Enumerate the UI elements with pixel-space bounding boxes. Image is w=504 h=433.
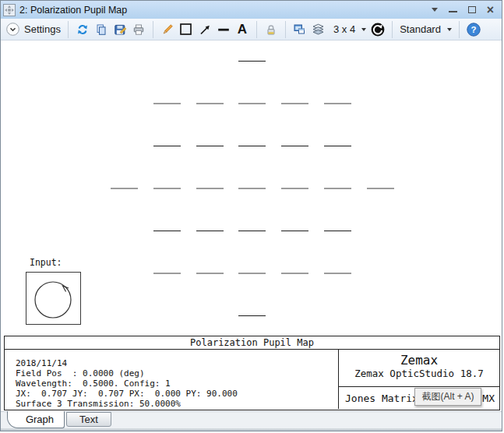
polarization-segment xyxy=(238,315,266,316)
refresh-icon[interactable] xyxy=(76,23,90,37)
arrow-tool-icon[interactable] xyxy=(198,23,212,37)
line-tool-icon[interactable] xyxy=(217,23,231,37)
titlebar[interactable]: 2: Polarization Pupil Map × xyxy=(1,1,502,19)
help-icon[interactable]: ? xyxy=(467,23,481,37)
plot-client-area: Input: Polarization Pupil Map 2018/11/14… xyxy=(1,40,502,411)
wavelength-text: Wavelength: 0.5000. Config: 1 xyxy=(16,378,338,389)
polarization-segment xyxy=(153,231,181,231)
text-tool-icon[interactable]: A xyxy=(235,23,249,37)
brand-version: Zemax OpticStudio 18.7 xyxy=(339,368,499,380)
polarization-segment xyxy=(238,103,266,104)
tab-text[interactable]: Text xyxy=(66,412,111,427)
window-title: 2: Polarization Pupil Map xyxy=(19,5,432,16)
toolbar-separator xyxy=(68,21,69,38)
toolbar-separator xyxy=(256,21,257,38)
polarization-segment xyxy=(196,188,224,189)
polarization-segment xyxy=(324,273,351,274)
tab-bar: Graph Text xyxy=(1,411,502,428)
chevron-down-icon[interactable] xyxy=(361,28,366,31)
polarization-segment xyxy=(153,103,181,104)
polarization-segment xyxy=(153,146,181,146)
date-text: 2018/11/14 xyxy=(16,358,338,368)
brand-cell: Zemax Zemax OpticStudio 18.7 xyxy=(339,350,499,387)
window-menu-icon[interactable] xyxy=(432,8,438,12)
toolbar-separator xyxy=(392,21,393,38)
settings-chevron-icon[interactable] xyxy=(5,23,19,37)
layout-dropdown[interactable]: Standard xyxy=(400,23,441,35)
close-icon[interactable]: × xyxy=(487,5,494,15)
chevron-down-icon[interactable] xyxy=(447,28,452,31)
polarization-segment xyxy=(153,273,181,274)
copy-icon[interactable] xyxy=(94,23,108,37)
polarization-segment xyxy=(196,146,224,146)
polarization-segment xyxy=(196,231,224,231)
toolbar-separator xyxy=(285,21,286,38)
polarization-segment xyxy=(324,103,351,104)
polarization-segment xyxy=(196,273,224,274)
print-icon[interactable] xyxy=(132,23,146,37)
app-window: 2: Polarization Pupil Map × Settings xyxy=(0,0,502,431)
layers-icon[interactable] xyxy=(312,23,326,37)
settings-button[interactable]: Settings xyxy=(24,23,61,35)
polarization-segment xyxy=(281,146,308,146)
polarization-segment xyxy=(367,188,394,189)
maximize-icon[interactable] xyxy=(468,6,476,13)
lock-icon[interactable] xyxy=(264,23,278,37)
pencil-icon[interactable] xyxy=(160,23,174,37)
polarization-segment xyxy=(281,103,308,104)
window-controls: × xyxy=(432,5,497,15)
toolbar-separator xyxy=(459,21,460,38)
polarization-segment xyxy=(238,188,266,189)
field-pos-text: Field Pos : 0.0000 (deg) xyxy=(16,368,338,378)
polarization-segment xyxy=(281,231,308,231)
polarization-segment xyxy=(238,231,266,231)
polarization-segment xyxy=(324,231,351,231)
grid-size-dropdown[interactable]: 3 x 4 xyxy=(333,23,355,35)
minimize-icon[interactable] xyxy=(449,11,457,12)
save-icon[interactable] xyxy=(113,23,127,37)
polarization-segment xyxy=(196,103,224,104)
screenshot-tooltip: 截图(Alt + A) xyxy=(414,388,481,406)
file-name-right: MX xyxy=(482,393,495,404)
rectangle-tool-icon[interactable] xyxy=(179,23,193,37)
polarization-segment xyxy=(324,146,351,146)
polarization-segment xyxy=(281,273,308,274)
file-name-left: Jones Matrix xyxy=(345,393,418,404)
app-icon xyxy=(3,4,16,16)
polarization-segment xyxy=(238,61,266,62)
svg-text:?: ? xyxy=(471,25,476,34)
plot-metadata: 2018/11/14 Field Pos : 0.0000 (deg) Wave… xyxy=(5,350,338,409)
plot-title: Polarization Pupil Map xyxy=(5,336,499,350)
polarization-segment xyxy=(111,188,138,189)
polarization-segment xyxy=(238,146,266,146)
circular-polarization-icon xyxy=(26,273,80,324)
toolbar: Settings xyxy=(1,19,502,40)
input-polarization-box xyxy=(26,272,81,325)
input-label: Input: xyxy=(30,257,62,268)
window-bottom-frame xyxy=(1,428,502,431)
toolbar-separator xyxy=(153,21,153,38)
polarization-segment xyxy=(281,188,308,189)
brand-name: Zemax xyxy=(339,353,499,368)
tab-graph[interactable]: Graph xyxy=(7,411,65,428)
transmission-text: Surface 3 Transmission: 50.0000% xyxy=(16,399,338,409)
polarization-segment xyxy=(238,273,266,274)
polarization-segment xyxy=(324,188,351,189)
jones-vector-text: JX: 0.707 JY: 0.707 PX: 0.000 PY: 90.000 xyxy=(16,389,338,399)
windows-icon[interactable] xyxy=(293,23,307,37)
polarization-segment xyxy=(153,188,181,189)
reset-icon[interactable] xyxy=(371,23,385,37)
